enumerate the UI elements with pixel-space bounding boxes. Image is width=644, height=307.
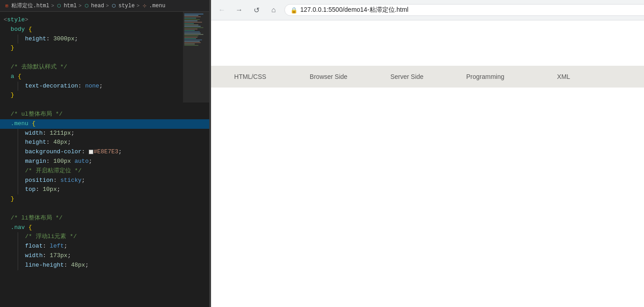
bc-sep-1: > (51, 3, 54, 9)
code-line-25: float: left; (0, 242, 209, 251)
style-icon: ⬡ (111, 3, 117, 9)
nav-item-server-side[interactable]: Server Side (368, 66, 446, 88)
home-button[interactable]: ⌂ (267, 4, 280, 16)
back-button[interactable]: ← (216, 4, 228, 16)
code-line-19: top: 10px; (0, 185, 209, 195)
code-line-24: /* 浮动li元素 */ (0, 232, 209, 242)
nav-item-server-side-label: Server Side (390, 73, 423, 80)
code-line-4: } (0, 44, 209, 53)
bc-file-label: 粘滞定位.html (11, 2, 49, 10)
code-line-8: text-decoration: none; (0, 82, 209, 91)
nav-item-xml[interactable]: XML (524, 66, 603, 88)
bc-sep-3: > (106, 3, 109, 9)
code-line-1: <style> (0, 15, 209, 25)
sticky-nav-menu: HTML/CSS Browser Side Server Side Progra… (211, 66, 644, 88)
file-icon: ⊞ (4, 3, 10, 9)
code-line-5 (0, 53, 209, 63)
nav-item-html-css[interactable]: HTML/CSS (211, 66, 289, 88)
bc-style-label: style (118, 3, 135, 9)
bc-head: ⬡ head (83, 3, 104, 9)
code-line-12: .menu { (0, 119, 209, 129)
code-line-3: height: 3000px; (0, 34, 209, 44)
code-line-26: width: 173px; (0, 251, 209, 261)
head-icon: ⬡ (83, 3, 90, 9)
bc-file: ⊞ 粘滞定位.html (4, 2, 49, 10)
breadcrumb: ⊞ 粘滞定位.html > ⬡ html > ⬡ head > ⬡ style … (0, 0, 209, 12)
address-bar[interactable] (300, 6, 644, 14)
code-line-17: /* 开启粘滞定位 */ (0, 166, 209, 176)
code-line-18: position: sticky; (0, 176, 209, 185)
code-line-15: background-color: #E8E7E3; (0, 147, 209, 157)
bc-menu: ⊹ .menu (141, 3, 165, 9)
bc-menu-label: .menu (149, 3, 165, 9)
back-icon: ← (218, 6, 226, 14)
browser-content: HTML/CSS Browser Side Server Side Progra… (211, 20, 644, 307)
code-line-14: height: 48px; (0, 138, 209, 147)
html-icon: ⬡ (56, 3, 62, 9)
bc-head-label: head (91, 3, 104, 9)
bc-style: ⬡ style (111, 3, 135, 9)
code-line-7: a { (0, 72, 209, 82)
nav-item-browser-side[interactable]: Browser Side (289, 66, 368, 88)
nav-item-programming[interactable]: Programming (446, 66, 524, 88)
code-line-22: /* li整体布局 */ (0, 214, 209, 223)
nav-item-xml-label: XML (557, 73, 570, 80)
code-line-9: } (0, 91, 209, 100)
nav-item-programming-label: Programming (466, 73, 504, 80)
reload-icon: ↺ (254, 6, 260, 15)
code-content-area[interactable]: <style> body { height: 3000px; } /* 去除默认… (0, 12, 209, 307)
code-line-20: } (0, 195, 209, 204)
browser-toolbar: ← → ↺ ⌂ 🔒 🔍 ☆ 🧩 ⋮ (211, 0, 644, 20)
bc-html: ⬡ html (56, 3, 77, 9)
code-line-6: /* 去除默认样式 */ (0, 63, 209, 72)
home-icon: ⌂ (271, 6, 276, 14)
minimap (183, 12, 209, 102)
reload-button[interactable]: ↺ (250, 4, 263, 16)
code-line-23: .nav { (0, 223, 209, 233)
bc-html-label: html (64, 3, 77, 9)
code-line-10 (0, 100, 209, 110)
code-line-2: body { (0, 25, 209, 34)
forward-button[interactable]: → (233, 4, 245, 16)
bc-sep-4: > (136, 3, 139, 9)
address-bar-container: 🔒 (284, 4, 644, 16)
code-line-13: width: 1211px; (0, 129, 209, 138)
lock-icon: 🔒 (290, 7, 298, 14)
browser-panel: ← → ↺ ⌂ 🔒 🔍 ☆ 🧩 ⋮ (211, 0, 644, 307)
code-editor: ⊞ 粘滞定位.html > ⬡ html > ⬡ head > ⬡ style … (0, 0, 209, 307)
code-line-11: /* ul整体布局 */ (0, 110, 209, 119)
code-line-16: margin: 100px auto; (0, 157, 209, 166)
forward-icon: → (235, 6, 243, 14)
code-line-27: line-height: 48px; (0, 261, 209, 270)
nav-item-html-css-label: HTML/CSS (234, 73, 266, 80)
menu-icon: ⊹ (141, 3, 148, 9)
code-line-21 (0, 204, 209, 214)
bc-sep-2: > (78, 3, 82, 9)
nav-item-browser-side-label: Browser Side (310, 73, 347, 80)
